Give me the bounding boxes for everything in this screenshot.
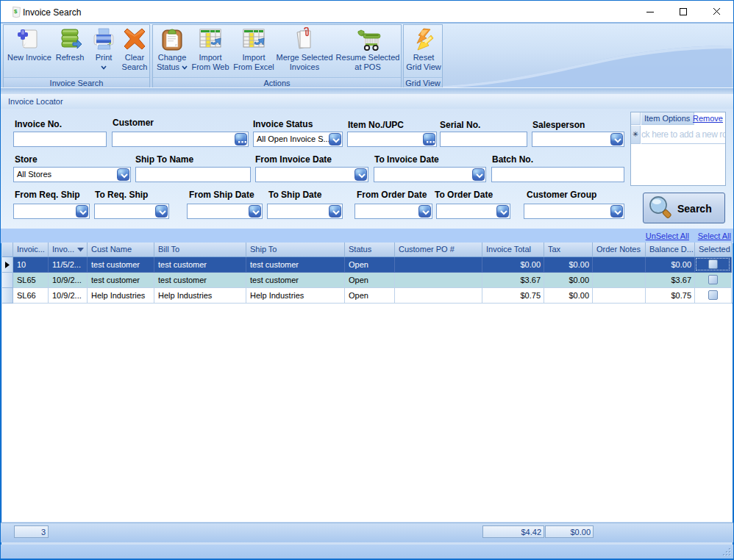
svg-text:$: $: [14, 8, 18, 15]
